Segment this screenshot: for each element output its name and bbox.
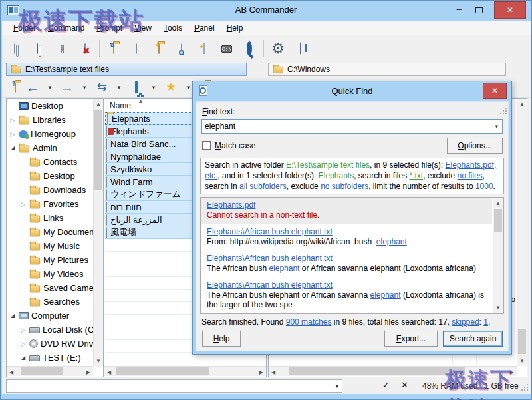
expand-icon[interactable]: ▷: [9, 117, 16, 124]
scroll-left-icon[interactable]: ◀: [271, 369, 275, 375]
toolbar-new-folder-button[interactable]: ✦: [148, 38, 170, 59]
tree-item-favorites[interactable]: ▷Favorites: [7, 197, 93, 211]
scroll-left-icon[interactable]: ◀: [107, 369, 111, 375]
scroll-up-icon[interactable]: ▲: [519, 101, 525, 107]
maximize-button[interactable]: [469, 1, 489, 19]
scrollbar-thumb[interactable]: [116, 367, 209, 375]
menu-command[interactable]: Command: [42, 23, 90, 33]
nav-back-button[interactable]: ←: [25, 79, 41, 96]
nav-forward-button[interactable]: →: [59, 79, 75, 96]
tree-item-links[interactable]: Links: [7, 211, 93, 225]
left-path-bar[interactable]: E:\Test\sample text files: [6, 63, 247, 76]
tree-item-homegroup[interactable]: ▷Homegroup: [7, 127, 93, 141]
tree-vertical-scrollbar[interactable]: ▲ ▼: [93, 99, 103, 366]
inline-link[interactable]: no files: [458, 171, 483, 180]
tree-item-desktop[interactable]: Desktop: [7, 99, 93, 113]
toolbar-move-button[interactable]: ⇅: [102, 38, 125, 59]
scrollbar-thumb[interactable]: [94, 110, 102, 190]
dialog-resize-grip[interactable]: [499, 107, 507, 115]
search-again-button[interactable]: Search again: [443, 331, 503, 347]
scroll-right-icon[interactable]: ▶: [86, 369, 90, 375]
toolbar-copy-button[interactable]: [6, 38, 29, 59]
minimize-button[interactable]: –: [449, 1, 469, 19]
command-input[interactable]: ▾: [6, 379, 342, 393]
inline-link[interactable]: elephant: [370, 290, 401, 300]
nav-desktop-dropdown[interactable]: ▾: [146, 79, 162, 96]
inline-link[interactable]: elephant: [269, 264, 299, 273]
options-button[interactable]: Options...: [447, 138, 503, 154]
command-text-field[interactable]: [8, 381, 327, 391]
find-text-input[interactable]: [205, 121, 487, 132]
result-file-link[interactable]: Elephants\African bush elephant.txt: [207, 254, 487, 264]
scrollbar-thumb[interactable]: [289, 367, 465, 375]
nav-swap-panels-button[interactable]: ⇆: [94, 79, 110, 96]
right-horizontal-scrollbar[interactable]: ◀ ▶: [269, 366, 517, 376]
result-file-link[interactable]: Elephants\African bush elephant.txt: [207, 280, 487, 290]
toolbar-delete-button[interactable]: ✖: [74, 38, 96, 59]
scroll-right-icon[interactable]: ▶: [259, 369, 263, 375]
scroll-down-icon[interactable]: ▼: [495, 305, 501, 311]
tree-horizontal-scrollbar[interactable]: ◀ ▶: [7, 366, 93, 376]
tree-item-computer[interactable]: ◢Computer: [7, 309, 93, 323]
nav-favorites-button[interactable]: ★: [163, 79, 179, 96]
toolbar-settings-button[interactable]: ⚙: [267, 38, 289, 59]
tree-item-downloads[interactable]: Downloads: [7, 183, 93, 197]
right-path-bar[interactable]: C:\Windows: [268, 63, 506, 76]
resize-grip[interactable]: [521, 383, 529, 391]
close-button[interactable]: ✕: [494, 1, 526, 19]
tree-item-my-pictures[interactable]: My Pictures: [7, 253, 93, 267]
inline-link[interactable]: *.txt: [410, 171, 424, 180]
export-button[interactable]: Export...: [384, 331, 438, 347]
chevron-down-icon[interactable]: ▾: [495, 123, 498, 130]
help-button[interactable]: Help: [202, 331, 241, 347]
tree-item-saved-games[interactable]: Saved Games: [7, 281, 93, 295]
cancel-command-button[interactable]: ✕: [401, 380, 408, 390]
nav-desktop-button[interactable]: [128, 79, 144, 96]
find-text-combobox[interactable]: ▾: [201, 119, 503, 134]
expand-icon[interactable]: ▷: [20, 201, 27, 208]
tree-item-desktop[interactable]: Desktop: [7, 169, 93, 183]
nav-back-dropdown[interactable]: ▾: [42, 79, 58, 96]
nav-swap-dropdown[interactable]: ▾: [111, 79, 127, 96]
toolbar-duplicate-button[interactable]: [29, 38, 51, 59]
scroll-down-icon[interactable]: ▼: [96, 358, 101, 364]
scrollbar-thumb[interactable]: [21, 367, 63, 375]
inline-link[interactable]: 900 matches: [286, 317, 332, 327]
toolbar-edit-button[interactable]: [125, 38, 148, 59]
inline-link[interactable]: elephant: [376, 237, 407, 246]
toolbar-image-viewer-button[interactable]: [193, 38, 215, 59]
nav-forward-dropdown[interactable]: ▾: [76, 79, 92, 96]
menu-view[interactable]: View: [128, 23, 158, 33]
toolbar-rename-button[interactable]: I: [51, 38, 74, 59]
scroll-up-icon[interactable]: ▲: [96, 101, 101, 107]
toolbar-find-file-button[interactable]: [170, 38, 193, 59]
scroll-left-icon[interactable]: ◀: [9, 369, 13, 375]
tree-item-my-documents[interactable]: My Documents: [7, 225, 93, 239]
tree-item-my-videos[interactable]: My Videos: [7, 267, 93, 281]
dialog-close-button[interactable]: ✕: [483, 83, 507, 99]
nav-parent-folder-button[interactable]: ⇑: [7, 79, 23, 96]
scroll-up-icon[interactable]: ▲: [495, 200, 501, 206]
scroll-down-icon[interactable]: ▼: [519, 358, 525, 364]
tree-item-local-disk-c[interactable]: ▷Local Disk (C:): [7, 323, 93, 337]
right-vertical-scrollbar[interactable]: ▲ ▼: [517, 99, 527, 366]
menu-prompt[interactable]: Prompt: [90, 23, 128, 33]
menu-help[interactable]: Help: [221, 23, 249, 33]
tree-item-searches[interactable]: Searches: [7, 295, 93, 309]
tree-item-test-e[interactable]: ◢TEST (E:): [7, 351, 93, 365]
toolbar-search-button[interactable]: [238, 38, 261, 59]
collapse-icon[interactable]: ◢: [9, 313, 16, 319]
inline-link[interactable]: skipped: [452, 317, 479, 327]
tree-item-dvd-rw-drive-d[interactable]: ▷DVD RW Drive (D: [7, 337, 93, 351]
match-case-checkbox[interactable]: [202, 141, 211, 150]
inline-link[interactable]: 1000: [475, 182, 493, 191]
menu-folder[interactable]: Folder: [7, 23, 42, 33]
result-file-link[interactable]: Elephants.pdf: [207, 200, 487, 210]
scrollbar-thumb[interactable]: [518, 329, 526, 354]
tree-item-libraries[interactable]: ▷Libraries: [7, 113, 93, 127]
collapse-icon[interactable]: ◢: [9, 145, 16, 151]
menu-panel[interactable]: Panel: [188, 23, 221, 33]
expand-icon[interactable]: ▷: [20, 341, 27, 347]
scrollbar-thumb[interactable]: [494, 209, 502, 232]
tree-item-admin[interactable]: ◢Admin: [7, 141, 93, 155]
